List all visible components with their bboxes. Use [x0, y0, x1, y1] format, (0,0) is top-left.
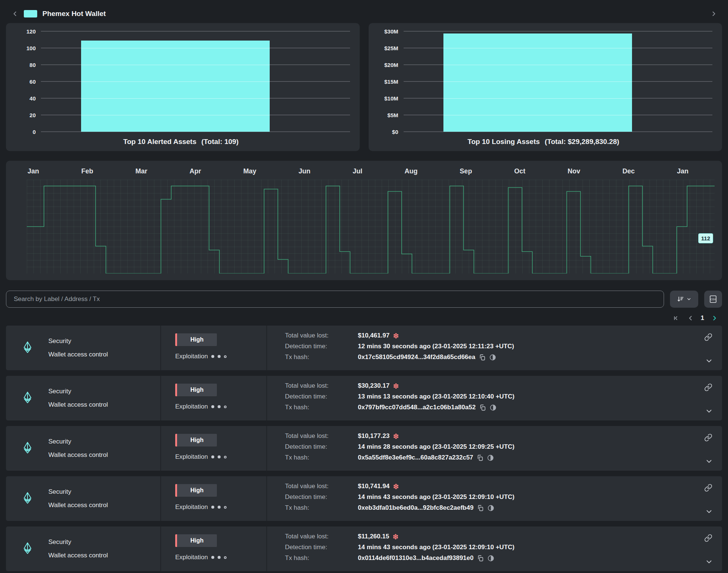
expand-alert-button[interactable] [705, 558, 713, 566]
prev-page-button[interactable] [687, 314, 694, 322]
sort-icon [677, 295, 684, 303]
copy-tx-button[interactable] [477, 555, 484, 562]
tx-hash-value: 0xeb3dfa01be6ed0a...92bfc8ec2aefb49 [358, 504, 494, 512]
alert-row[interactable]: SecurityWallet access controlHighExploit… [6, 376, 722, 420]
open-explorer-button[interactable] [489, 354, 496, 361]
y-tick-label: $15M [384, 79, 398, 85]
month-label: Feb [81, 167, 93, 175]
share-alert-button[interactable] [704, 333, 712, 341]
alert-details-cell: Total value lost:$10,461.97 Detection ti… [267, 326, 722, 370]
next-page-button[interactable] [711, 314, 718, 322]
gridline [404, 31, 713, 32]
alert-row[interactable]: SecurityWallet access controlHighExploit… [6, 426, 722, 471]
month-label: Jul [353, 167, 362, 175]
alert-category: Security [48, 337, 108, 345]
y-tick-label: $10M [384, 95, 398, 102]
share-alert-button[interactable] [704, 484, 712, 492]
pagination: 1 [10, 314, 718, 322]
copy-icon [477, 454, 484, 461]
svg-text:CSV: CSV [711, 298, 716, 301]
chevron-down-icon [705, 457, 713, 465]
copy-tx-button[interactable] [477, 454, 484, 461]
first-page-icon [673, 314, 680, 322]
charts-row: 120100806040200 Top 10 Alerted Assets (T… [0, 23, 728, 151]
month-label: May [243, 167, 256, 175]
y-tick-label: $30M [384, 28, 398, 35]
explorer-icon [487, 454, 494, 461]
alert-row[interactable]: SecurityWallet access controlHighExploit… [6, 476, 722, 521]
stage-dot [211, 556, 214, 559]
expand-alert-button[interactable] [705, 457, 713, 465]
stage-dot [224, 556, 227, 559]
stage-dot [211, 405, 214, 408]
expand-alert-button[interactable] [705, 357, 713, 365]
stage-dot [224, 456, 227, 458]
alert-row[interactable]: SecurityWallet access controlHighExploit… [6, 326, 722, 370]
severity-badge: High [175, 333, 217, 346]
open-explorer-button[interactable] [487, 454, 494, 461]
stage-dot [211, 506, 214, 509]
total-value-lost-label: Total value lost: [285, 533, 358, 540]
ethereum-icon-wrap [21, 540, 34, 558]
current-page-number: 1 [701, 314, 704, 322]
chevron-down-icon [686, 297, 692, 302]
csv-export-icon: CSV [709, 295, 718, 304]
loss-indicator-icon [393, 483, 399, 490]
chart-body: 120100806040200 [12, 31, 350, 132]
first-page-button[interactable] [673, 314, 680, 322]
y-tick-label: 100 [26, 45, 36, 51]
open-explorer-button[interactable] [487, 555, 494, 562]
alert-severity-cell: HighExploitation [160, 476, 267, 521]
copy-tx-button[interactable] [479, 354, 486, 361]
total-value-lost-label: Total value lost: [285, 382, 358, 390]
tx-hash-label: Tx hash: [285, 353, 358, 361]
export-csv-button[interactable]: CSV [704, 291, 722, 308]
ethereum-icon-wrap [21, 339, 34, 357]
tx-hash-value: 0x797bf9cc07dd548...a2c1c06b1a80a52 [358, 404, 497, 411]
alert-row[interactable]: SecurityWallet access controlHighExploit… [6, 526, 722, 571]
chevron-left-icon [11, 10, 19, 17]
month-label: Sep [460, 167, 472, 175]
stage-dot [224, 406, 227, 408]
stage-dot [218, 556, 221, 559]
y-tick-label: $0 [392, 129, 398, 135]
share-alert-button[interactable] [704, 433, 712, 442]
alert-details-cell: Total value lost:$10,177.23 Detection ti… [267, 426, 722, 471]
expand-alert-button[interactable] [705, 407, 713, 415]
chart-title: Top 10 Losing Assets (Total: $29,289,830… [375, 138, 713, 146]
alert-severity-cell: HighExploitation [160, 526, 267, 571]
open-explorer-button[interactable] [490, 404, 497, 411]
sort-button[interactable] [670, 291, 698, 308]
share-link-icon [704, 433, 712, 442]
total-value-lost-value: $10,177.23 [358, 432, 399, 440]
stage-dot [211, 455, 214, 458]
month-label: Jan [677, 167, 689, 175]
expand-alert-button[interactable] [705, 508, 713, 516]
share-link-icon [704, 484, 712, 492]
detection-time-label: Detection time: [285, 544, 358, 551]
next-wallet-button[interactable] [710, 10, 718, 17]
ethereum-icon [21, 389, 34, 406]
chevron-down-icon [705, 558, 713, 566]
detection-time-value: 14 mins 43 seconds ago (23-01-2025 12:09… [358, 544, 514, 551]
stage-dot [218, 455, 221, 458]
open-explorer-button[interactable] [487, 505, 494, 512]
ethereum-icon [21, 339, 34, 355]
y-axis: $30M$25M$20M$15M$10M$5M$0 [375, 31, 404, 132]
ethereum-icon [21, 490, 34, 506]
y-tick-label: $5M [387, 112, 398, 118]
alert-count-badge: 112 [698, 233, 713, 243]
share-alert-button[interactable] [704, 383, 712, 391]
copy-tx-button[interactable] [479, 404, 486, 411]
explorer-icon [489, 354, 496, 361]
prev-wallet-button[interactable] [11, 10, 19, 17]
share-alert-button[interactable] [704, 534, 712, 542]
tx-hash-label: Tx hash: [285, 404, 358, 411]
chevron-down-icon [705, 357, 713, 365]
share-link-icon [704, 534, 712, 542]
alerted-assets-chart: 120100806040200 Top 10 Alerted Assets (T… [6, 23, 360, 151]
alert-type: Wallet access control [48, 552, 108, 559]
stage-dot [218, 506, 221, 509]
search-input[interactable] [6, 291, 664, 308]
copy-tx-button[interactable] [477, 505, 484, 512]
